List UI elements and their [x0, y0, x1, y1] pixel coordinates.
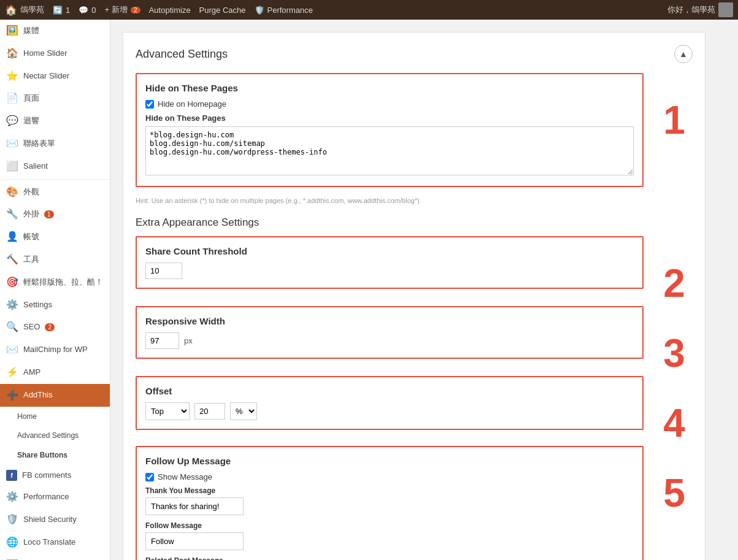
share-count-input[interactable] [145, 263, 182, 279]
sidebar-label-contact: 聯絡表單 [23, 139, 55, 149]
sidebar-item-users[interactable]: 👤 帳號 [0, 226, 110, 248]
offset-field: Top Bottom Left Right % px [145, 402, 634, 420]
sidebar-item-amp[interactable]: ⚡ AMP [0, 361, 110, 384]
sidebar-label-nectar-slider: Nectar Slider [23, 71, 69, 82]
plugins-badge: 1 [44, 210, 54, 218]
responsive-width-field: px [145, 332, 634, 349]
sidebar-label-tools: 工具 [23, 255, 39, 265]
sidebar-item-appearance[interactable]: 🎨 外觀 [0, 181, 110, 204]
offset-position-select[interactable]: Top Bottom Left Right [145, 402, 190, 420]
settings-icon: ⚙️ [6, 299, 18, 312]
offset-title: Offset [145, 386, 634, 396]
sidebar-label-comments: 迴響 [23, 116, 39, 126]
hide-pages-field-label: Hide on These Pages [145, 113, 634, 123]
offset-value-input[interactable] [194, 403, 225, 420]
sidebar-label-media: 媒體 [23, 26, 39, 36]
media-icon: 🖼️ [6, 25, 18, 37]
number-3: 3 [656, 306, 693, 376]
sidebar-item-shield-security[interactable]: 🛡️ Shield Security [0, 508, 110, 531]
submenu-home[interactable]: Home [0, 407, 110, 427]
hide-pages-title: Hide on These Pages [145, 83, 634, 93]
sidebar-item-loco-translate[interactable]: 🌐 Loco Translate [0, 531, 110, 554]
sidebar-label-mailchimp: MailChimp for WP [23, 345, 88, 355]
sidebar-item-salient[interactable]: ⬜ Salient [0, 155, 110, 178]
sidebar-label-home-slider: Home Slider [23, 48, 67, 59]
hide-homepage-checkbox[interactable] [145, 100, 154, 109]
follow-input[interactable] [145, 532, 244, 550]
appearance-icon: 🎨 [6, 186, 18, 199]
sidebar-item-pages[interactable]: 📄 頁面 [0, 87, 110, 110]
responsive-width-box: Responsive Width px [136, 306, 644, 359]
comments-sidebar-icon: 💬 [6, 115, 18, 128]
autoptimize-link[interactable]: Autoptimize [149, 6, 191, 15]
main-content: Advanced Settings ▲ Hide on These Pages … [110, 20, 738, 560]
sidebar-item-nectar-slider[interactable]: ⭐ Nectar Slider [0, 65, 110, 88]
submenu-advanced-label: Advanced Settings [17, 431, 79, 441]
sidebar-label-shield: Shield Security [23, 515, 77, 525]
updates-icon: 🔄 [53, 6, 63, 15]
submenu-home-label: Home [17, 412, 37, 422]
offset-unit-select[interactable]: % px [230, 402, 257, 420]
offset-box: Offset Top Bottom Left Right % [136, 376, 644, 430]
responsive-width-input[interactable] [145, 332, 179, 349]
hide-pages-textarea[interactable]: *blog.design-hu.com blog.design-hu.com/s… [145, 126, 634, 175]
performance-sidebar-icon: ⚙️ [6, 491, 18, 504]
performance-link[interactable]: 🛡️ Performance [255, 6, 313, 15]
sidebar-item-home-slider[interactable]: 🏠 Home Slider [0, 42, 110, 65]
section-toggle-button[interactable]: ▲ [674, 45, 693, 63]
section-header: Advanced Settings ▲ [136, 45, 693, 63]
hide-homepage-label[interactable]: Hide on Homepage [158, 99, 226, 109]
sidebar-item-seo[interactable]: 🔍 SEO 2 [0, 316, 110, 339]
comments-link[interactable]: 💬 0 [79, 6, 96, 15]
sidebar: 🖼️ 媒體 🏠 Home Slider ⭐ Nectar Slider 📄 頁面… [0, 20, 110, 560]
sidebar-item-fb-comments[interactable]: f FB comments [0, 465, 110, 486]
shield-icon: 🛡️ [6, 513, 18, 526]
show-message-checkbox[interactable] [145, 473, 154, 481]
sidebar-item-addthis[interactable]: ➕ AddThis [0, 384, 110, 407]
sidebar-item-plugins[interactable]: 🔧 外掛 1 [0, 203, 110, 226]
sidebar-label-drag-drop: 輕鬆排版拖、拉、酷！ [23, 277, 103, 288]
sidebar-label-settings: Settings [23, 300, 52, 310]
updates-link[interactable]: 🔄 1 [53, 6, 70, 15]
sidebar-item-media[interactable]: 🖼️ 媒體 [0, 20, 110, 42]
number-5: 5 [656, 446, 693, 516]
thank-you-label: Thank You Message [145, 486, 634, 495]
tools-icon: 🔨 [6, 253, 18, 266]
mailchimp-icon: ✉️ [6, 343, 18, 356]
sidebar-label-seo: SEO [23, 322, 40, 332]
salient-icon: ⬜ [6, 160, 18, 173]
sidebar-item-collapse[interactable]: ◀️ 摺疊選單 [0, 554, 110, 560]
thank-you-input[interactable] [145, 497, 244, 515]
sidebar-item-performance[interactable]: ⚙️ Performance [0, 486, 110, 508]
comments-count: 0 [91, 6, 96, 15]
sidebar-item-drag-drop[interactable]: 🎯 輕鬆排版拖、拉、酷！ [0, 271, 110, 294]
autoptimize-label: Autoptimize [149, 6, 191, 15]
sidebar-item-contact[interactable]: ✉️ 聯絡表單 [0, 132, 110, 155]
submenu-advanced-settings[interactable]: Advanced Settings [0, 426, 110, 446]
number-1: 1 [656, 73, 693, 143]
pages-icon: 📄 [6, 92, 18, 105]
user-greeting[interactable]: 你好，鴿學苑 [667, 2, 733, 17]
new-link[interactable]: + 新增 2 [104, 4, 140, 15]
seo-icon: 🔍 [6, 321, 18, 334]
follow-message-field: Follow Message [145, 521, 634, 550]
users-icon: 👤 [6, 231, 18, 244]
sidebar-item-comments[interactable]: 💬 迴響 [0, 110, 110, 132]
user-greeting-text: 你好，鴿學苑 [667, 4, 715, 15]
sidebar-item-settings[interactable]: ⚙️ Settings [0, 294, 110, 316]
performance-label: Performance [267, 6, 313, 15]
new-badge: 2 [131, 7, 140, 13]
loco-icon: 🌐 [6, 536, 18, 549]
follow-up-box: Follow Up Message Show Message Thank You… [136, 446, 644, 560]
share-count-field [145, 263, 634, 279]
sidebar-item-mailchimp[interactable]: ✉️ MailChimp for WP [0, 339, 110, 361]
purge-cache-link[interactable]: Purge Cache [199, 6, 246, 15]
related-label: Related Post Message [145, 556, 634, 560]
addthis-submenu: Home Advanced Settings Share Buttons [0, 407, 110, 466]
submenu-share-buttons[interactable]: Share Buttons [0, 446, 110, 466]
sidebar-item-tools[interactable]: 🔨 工具 [0, 248, 110, 271]
show-message-label[interactable]: Show Message [158, 472, 212, 481]
site-name-link[interactable]: 🏠 鴿學苑 [5, 4, 44, 16]
page-title: Advanced Settings [136, 48, 228, 61]
sidebar-label-users: 帳號 [23, 232, 39, 242]
